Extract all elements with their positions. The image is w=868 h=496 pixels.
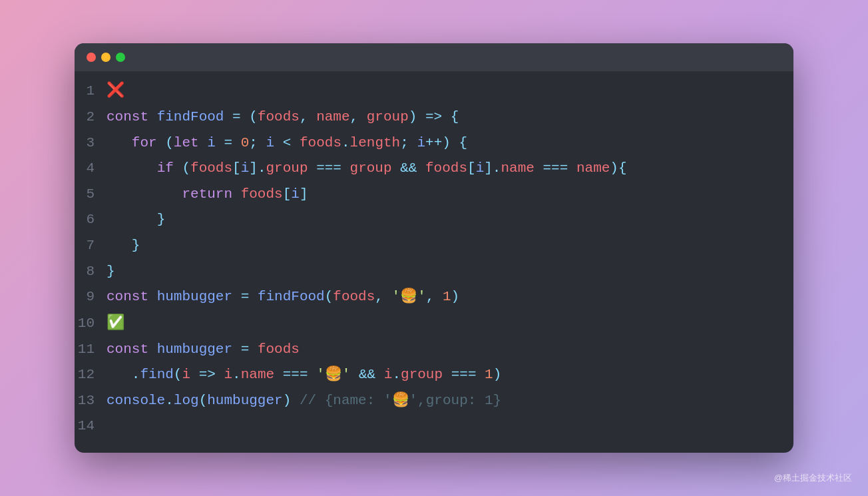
code-line-6: 6 }: [75, 207, 793, 233]
line-number: 12: [75, 364, 107, 386]
line-number: 7: [75, 235, 107, 257]
code-line-5: 5 return foods[i]: [75, 182, 793, 208]
code-line-3: 3 for (let i = 0; i < foods.length; i++)…: [75, 130, 793, 156]
close-button[interactable]: [87, 53, 96, 62]
code-line-4: 4 if (foods[i].group === group && foods[…: [75, 156, 793, 182]
code-line-1: 1 ❌: [75, 78, 793, 105]
code-window: 1 ❌ 2 const findFood = (foods, name, gro…: [75, 43, 793, 453]
code-line-8: 8 }: [75, 259, 793, 285]
line-number: 4: [75, 158, 107, 180]
code-line-12: 12 .find(i => i.name === '🍔' && i.group …: [75, 362, 793, 388]
line-content: return foods[i]: [107, 184, 308, 206]
line-content: if (foods[i].group === group && foods[i]…: [107, 158, 627, 180]
code-line-2: 2 const findFood = (foods, name, group) …: [75, 105, 793, 130]
titlebar: [75, 43, 793, 71]
line-content: for (let i = 0; i < foods.length; i++) {: [107, 132, 467, 154]
line-number: 2: [75, 107, 107, 128]
line-number: 8: [75, 261, 107, 283]
maximize-button[interactable]: [116, 53, 125, 62]
code-line-10: 10 ✅: [75, 310, 793, 337]
line-content: .find(i => i.name === '🍔' && i.group ===…: [107, 364, 501, 386]
watermark-text: @稀土掘金技术社区: [774, 472, 852, 484]
line-content: }: [107, 261, 115, 283]
line-content: }: [107, 209, 165, 231]
code-line-11: 11 const humbugger = foods: [75, 337, 793, 363]
minimize-button[interactable]: [101, 53, 110, 62]
line-content: const findFood = (foods, name, group) =>…: [107, 107, 459, 128]
line-number: 13: [75, 390, 107, 412]
line-content: const humbugger = findFood(foods, '🍔', 1…: [107, 286, 459, 308]
line-number: 10: [75, 313, 107, 335]
line-number: 1: [75, 81, 107, 103]
code-line-7: 7 }: [75, 233, 793, 259]
code-line-13: 13 console.log(humbugger) // {name: '🍔',…: [75, 388, 793, 414]
line-content: ❌: [107, 80, 124, 103]
line-content: console.log(humbugger) // {name: '🍔',gro…: [107, 390, 501, 412]
code-editor: 1 ❌ 2 const findFood = (foods, name, gro…: [75, 71, 793, 453]
code-line-9: 9 const humbugger = findFood(foods, '🍔',…: [75, 284, 793, 310]
line-number: 14: [75, 415, 107, 437]
line-number: 11: [75, 339, 107, 361]
line-number: 9: [75, 286, 107, 308]
line-content: const humbugger = foods: [107, 339, 300, 361]
line-number: 3: [75, 132, 107, 154]
line-number: 6: [75, 209, 107, 231]
line-content: ✅: [107, 312, 124, 335]
line-number: 5: [75, 184, 107, 206]
line-content: }: [107, 235, 140, 257]
code-line-14: 14: [75, 413, 793, 439]
